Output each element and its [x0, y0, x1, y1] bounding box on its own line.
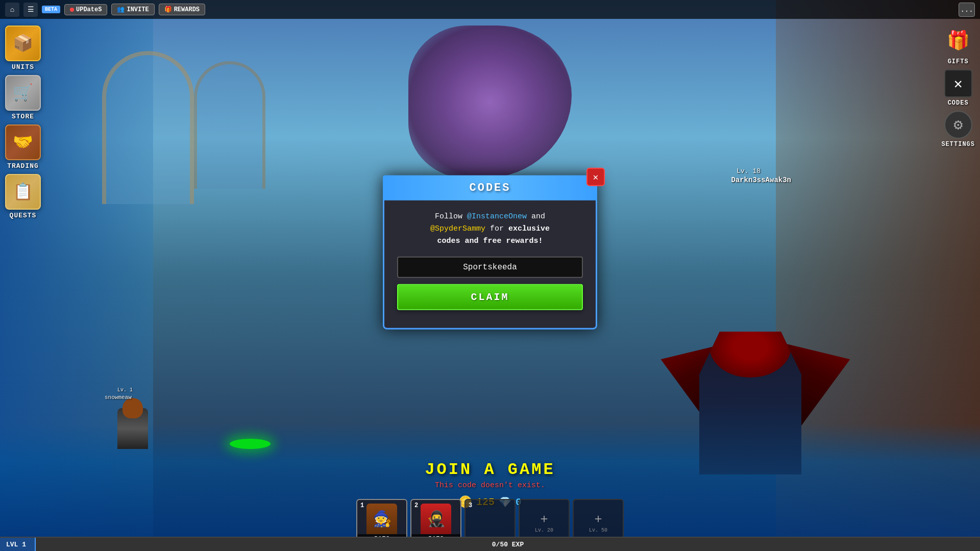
codes-desc-for: for exclusive: [485, 224, 550, 233]
store-icon: 🛒: [5, 75, 41, 111]
rewards-label: REWARDS: [174, 6, 200, 13]
quests-label: QUESTS: [10, 212, 37, 219]
sidebar-item-codes[interactable]: ✕ CODES: [944, 69, 972, 107]
player-name: snowmeaw: [105, 394, 132, 400]
right-sidebar: 🎁 GIFTS ✕ CODES ⚙ SETTINGS: [941, 26, 975, 148]
xp-bar-container: LVL 1 0/50 EXP: [0, 537, 980, 551]
home-button[interactable]: ⌂: [5, 3, 19, 17]
updates-notification-dot: [70, 8, 74, 12]
join-game-area: JOIN A GAME This code doesn't exist.: [425, 460, 555, 490]
unit-slot-5-plus-icon: ＋: [592, 510, 604, 527]
codes-label: CODES: [948, 99, 969, 107]
codes-modal-body: Follow @InstanceOnew and @SpyderSammy fo…: [384, 201, 596, 318]
menu-button[interactable]: ☰: [23, 3, 38, 17]
invite-button[interactable]: 👥 INVITE: [111, 4, 154, 15]
codes-desc-rewards: codes and free rewards!: [437, 237, 543, 245]
bg-player-char: [117, 408, 148, 449]
rewards-button[interactable]: 🎁 REWARDS: [159, 4, 205, 15]
close-modal-button[interactable]: ✕: [586, 168, 605, 186]
enemy-name: Darkn3ssAwak3n: [731, 176, 791, 184]
updates-label: UPDateS: [76, 6, 102, 13]
updates-button[interactable]: UPDateS: [64, 4, 107, 15]
xp-level: LVL 1: [0, 538, 36, 551]
unit-slot-1-character: [366, 504, 397, 534]
join-game-error: This code doesn't exist.: [425, 481, 555, 490]
gifts-label: GIFTS: [948, 58, 969, 65]
invite-label: INVITE: [127, 6, 149, 13]
unit-slot-4-plus-icon: ＋: [538, 510, 550, 527]
codes-modal[interactable]: CODES ✕ Follow @InstanceOnew and @Spyder…: [383, 176, 597, 330]
beta-badge: BETA: [42, 6, 60, 13]
left-sidebar: 📦 UNITS 🛒 STORE 🤝 TRADING 📋 QUESTS: [5, 26, 41, 219]
bg-arch: [102, 51, 194, 204]
sidebar-item-units[interactable]: 📦 UNITS: [5, 26, 41, 71]
menu-dots-icon: ...: [960, 6, 973, 14]
top-menu-button[interactable]: ...: [959, 3, 975, 17]
trading-label: TRADING: [7, 162, 39, 170]
codes-modal-title: CODES: [469, 182, 510, 194]
sidebar-item-gifts[interactable]: 🎁 GIFTS: [943, 26, 973, 65]
quests-icon: 📋: [5, 174, 41, 210]
sidebar-item-settings[interactable]: ⚙ SETTINGS: [941, 111, 975, 148]
codes-handle1: @InstanceOnew: [467, 212, 527, 221]
settings-gear-icon: ⚙: [944, 111, 972, 139]
codes-description: Follow @InstanceOnew and @SpyderSammy fo…: [397, 211, 583, 247]
xp-bar-background: 0/50 EXP: [36, 538, 980, 551]
rewards-icon: 🎁: [164, 6, 172, 13]
codes-input[interactable]: [397, 257, 583, 278]
unit-slot-4-unlock-level: Lv. 20: [534, 527, 554, 534]
unit-slot-2-number: 2: [414, 502, 418, 509]
top-bar: ⌂ ☰ BETA UPDateS 👥 INVITE 🎁 REWARDS ...: [0, 0, 980, 19]
trading-icon: 🤝: [5, 124, 41, 160]
units-label: UNITS: [12, 63, 34, 71]
codes-handle2: @SpyderSammy: [430, 224, 485, 233]
store-label: STORE: [12, 113, 34, 120]
bg-enemy: [699, 332, 801, 474]
bg-glow-green: [230, 439, 271, 449]
join-game-title: JOIN A GAME: [425, 460, 555, 479]
unit-slot-1-number: 1: [360, 502, 364, 509]
sidebar-item-trading[interactable]: 🤝 TRADING: [5, 124, 41, 170]
bg-purple-crystal: [408, 26, 572, 179]
settings-label: SETTINGS: [941, 141, 975, 148]
xp-bar-text: 0/50 EXP: [492, 541, 524, 548]
top-bar-right: ...: [959, 3, 975, 17]
codes-desc-follow: Follow: [435, 212, 467, 221]
unit-slot-2-character: [421, 504, 451, 534]
sidebar-item-store[interactable]: 🛒 STORE: [5, 75, 41, 120]
codes-modal-header: CODES ✕: [383, 176, 597, 201]
codes-x-icon: ✕: [944, 69, 972, 97]
close-icon: ✕: [593, 171, 599, 183]
invite-icon: 👥: [117, 6, 125, 13]
units-icon: 📦: [5, 26, 41, 61]
codes-desc-and: and: [527, 212, 545, 221]
player-level: Lv. 1: [117, 387, 133, 393]
enemy-level: Lv. 18: [737, 167, 761, 175]
unit-slot-3-number: 3: [469, 502, 472, 509]
bg-arch2: [194, 61, 265, 189]
claim-button[interactable]: CLAIM: [397, 284, 583, 310]
unit-slot-5-unlock-level: Lv. 50: [588, 527, 608, 534]
gifts-icon: 🎁: [943, 26, 973, 56]
sidebar-item-quests[interactable]: 📋 QUESTS: [5, 174, 41, 219]
